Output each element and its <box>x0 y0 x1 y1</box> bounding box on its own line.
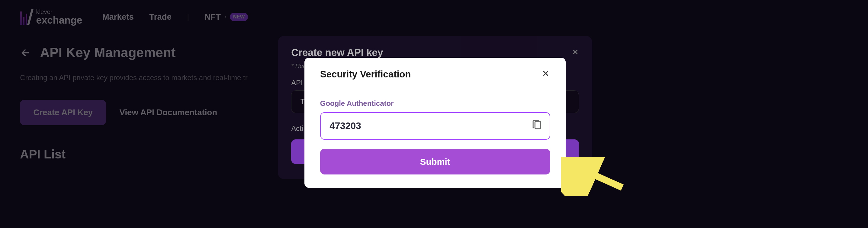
ga-label: Google Authenticator <box>320 99 550 108</box>
modal-white-header: Security Verification <box>320 69 550 88</box>
nav-nft-label: NFT <box>205 12 221 22</box>
svg-rect-13 <box>535 121 540 129</box>
header-left: klever exchange Markets Trade | NFT · NE… <box>20 9 248 25</box>
nav-trade[interactable]: Trade <box>149 12 172 22</box>
ga-input-wrapper <box>320 112 550 140</box>
modal-dark-title: Create new API key <box>291 47 383 58</box>
back-arrow-icon[interactable] <box>20 47 31 58</box>
nav-trade-label: Trade <box>149 12 172 22</box>
view-docs-button[interactable]: View API Documentation <box>120 108 217 117</box>
close-icon[interactable] <box>541 69 550 80</box>
nav-markets[interactable]: Markets <box>102 12 134 22</box>
clipboard-icon[interactable] <box>531 119 542 133</box>
create-api-key-button[interactable]: Create API Key <box>20 100 106 125</box>
new-badge: NEW <box>230 13 248 21</box>
nav-nft[interactable]: NFT · NEW <box>205 12 248 22</box>
logo-text: klever exchange <box>36 9 83 25</box>
modal-white-title: Security Verification <box>320 69 411 80</box>
submit-button[interactable]: Submit <box>320 149 550 175</box>
logo-icon <box>20 9 32 25</box>
logo-line2: exchange <box>36 15 83 25</box>
logo[interactable]: klever exchange <box>20 9 82 25</box>
ga-code-input[interactable] <box>320 112 550 140</box>
security-verification-modal: Security Verification Google Authenticat… <box>304 58 566 188</box>
nav-divider: | <box>187 13 189 21</box>
modal-dark-header: Create new API key <box>291 47 579 58</box>
logo-line1: klever <box>36 9 83 15</box>
page-title: API Key Management <box>40 45 176 60</box>
nav-nft-dot: · <box>224 12 226 22</box>
close-icon[interactable] <box>571 47 579 58</box>
nav: Markets Trade | NFT · NEW <box>102 12 248 22</box>
nav-markets-label: Markets <box>102 12 134 22</box>
app-header: klever exchange Markets Trade | NFT · NE… <box>0 0 868 34</box>
